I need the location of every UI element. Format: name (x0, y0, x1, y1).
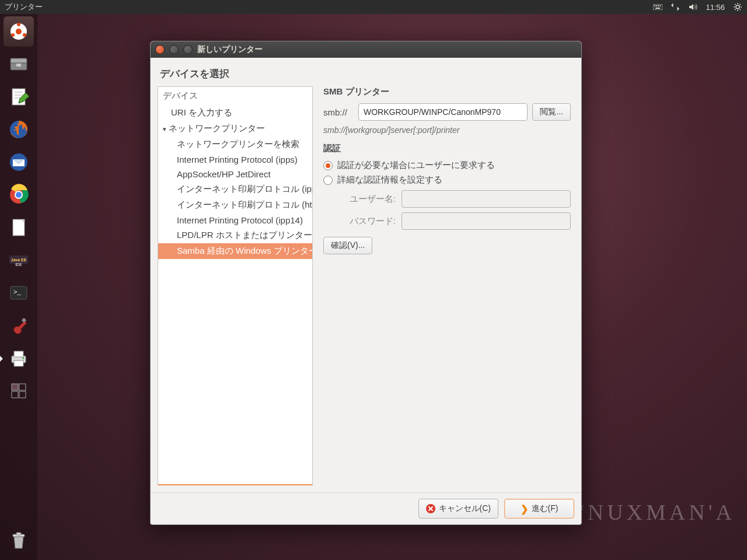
svg-point-18 (23, 33, 26, 37)
detail-heading: SMB プリンター (323, 86, 571, 97)
launcher-libreoffice[interactable] (4, 212, 34, 243)
section-heading: デバイスを選択 (160, 67, 574, 80)
minimize-icon[interactable] (169, 45, 179, 54)
svg-point-31 (16, 192, 22, 198)
dialog-title: 新しいプリンター (197, 44, 263, 55)
launcher-terminal[interactable]: >_ (4, 278, 34, 308)
svg-rect-4 (659, 5, 661, 6)
dialog-footer: キャンセル(C) ❯ 進む(F) (151, 492, 581, 524)
uri-format-hint: smb://[workgroup/]server[:port]/printer (323, 125, 571, 135)
tree-item-enter-uri[interactable]: URI を入力する (158, 105, 312, 121)
svg-point-17 (17, 23, 20, 26)
password-label: パスワード: (331, 216, 396, 227)
launcher-chrome[interactable] (4, 180, 34, 210)
forward-label: 進む(F) (532, 503, 558, 514)
device-tree[interactable]: デバイス URI を入力する ネットワークプリンター ネットワークプリンターを検… (158, 86, 313, 485)
svg-line-14 (740, 4, 741, 5)
svg-line-12 (740, 9, 741, 10)
username-label: ユーザー名: (331, 194, 396, 205)
maximize-icon[interactable] (183, 45, 193, 54)
svg-rect-43 (12, 384, 18, 390)
svg-rect-45 (12, 391, 18, 398)
svg-rect-48 (16, 533, 21, 535)
launcher-text-editor[interactable] (4, 82, 34, 112)
launcher-printers[interactable] (4, 343, 34, 373)
svg-rect-3 (658, 5, 659, 6)
verify-button[interactable]: 確認(V)... (323, 237, 372, 254)
smb-uri-input[interactable] (358, 103, 528, 121)
svg-rect-22 (16, 64, 21, 66)
launcher-thunderbird[interactable] (4, 147, 34, 177)
launcher-eclipse[interactable]: Java EEIDE (4, 245, 34, 275)
radio-set-credentials[interactable]: 詳細な認証情報を設定する (323, 174, 571, 186)
svg-rect-44 (19, 384, 26, 390)
svg-line-13 (735, 9, 736, 10)
unity-launcher: Java EEIDE >_ (0, 14, 37, 560)
top-menubar: プリンター 11:56 (0, 0, 747, 14)
smb-scheme-label: smb:// (323, 107, 354, 117)
svg-point-19 (11, 33, 15, 37)
username-input (402, 190, 571, 208)
launcher-files[interactable] (4, 49, 34, 79)
menubar-app-title: プリンター (5, 2, 43, 12)
clock[interactable]: 11:56 (706, 3, 725, 12)
forward-button[interactable]: ❯ 進む(F) (504, 499, 574, 519)
tree-item[interactable]: AppSocket/HP JetDirect (158, 167, 312, 181)
launcher-dash[interactable] (4, 16, 34, 47)
network-icon[interactable] (671, 2, 680, 12)
radio-details-label: 詳細な認証情報を設定する (337, 174, 442, 186)
password-input (402, 212, 571, 230)
gear-icon[interactable] (733, 2, 742, 12)
svg-point-42 (23, 358, 25, 359)
svg-text:>_: >_ (13, 288, 21, 295)
tree-item[interactable]: Samba 経由の Windows プリンター (158, 243, 312, 259)
radio-prompt-label: 認証が必要な場合にユーザーに要求する (337, 160, 495, 171)
new-printer-dialog: 新しいプリンター デバイスを選択 デバイス URI を入力する ネットワークプリ… (150, 41, 582, 525)
svg-rect-40 (14, 351, 23, 357)
tree-item[interactable]: Internet Printing Protocol (ipp14) (158, 213, 312, 228)
cancel-button[interactable]: キャンセル(C) (418, 499, 498, 519)
tree-item[interactable]: Internet Printing Protocol (ipps) (158, 152, 312, 167)
forward-icon: ❯ (521, 503, 528, 514)
tree-group-network[interactable]: ネットワークプリンター (158, 121, 312, 136)
device-detail-panel: SMB プリンター smb:// 閲覧... smb://[workgroup/… (320, 86, 574, 485)
tree-item[interactable]: インターネット印刷プロトコル (https) (158, 197, 312, 213)
svg-rect-41 (14, 360, 23, 366)
launcher-settings[interactable] (4, 310, 34, 341)
browse-button[interactable]: 閲覧... (532, 103, 571, 121)
svg-rect-46 (19, 391, 26, 398)
launcher-firefox[interactable] (4, 114, 34, 145)
cancel-icon (426, 504, 435, 513)
launcher-trash[interactable] (4, 525, 34, 555)
svg-rect-32 (13, 219, 25, 236)
tree-header: デバイス (158, 87, 312, 105)
svg-point-16 (16, 29, 22, 34)
auth-heading: 認証 (323, 143, 571, 154)
svg-rect-2 (656, 5, 657, 6)
svg-text:IDE: IDE (15, 262, 22, 267)
svg-rect-21 (11, 58, 27, 63)
radio-prompt-user[interactable]: 認証が必要な場合にユーザーに要求する (323, 160, 571, 171)
tree-item[interactable]: LPD/LPR ホストまたはプリンター (158, 228, 312, 243)
radio-icon (323, 176, 333, 185)
svg-rect-0 (653, 4, 662, 10)
svg-rect-5 (655, 8, 660, 9)
keyboard-indicator-icon[interactable] (653, 2, 662, 12)
tree-item[interactable]: インターネット印刷プロトコル (ipp) (158, 181, 312, 197)
cancel-label: キャンセル(C) (439, 503, 491, 514)
launcher-workspace-switcher[interactable] (4, 376, 34, 406)
svg-rect-1 (654, 5, 655, 6)
tree-item[interactable]: ネットワークプリンターを検索 (158, 136, 312, 152)
desktop-watermark: 'NUXMAN'A (580, 499, 735, 525)
radio-icon (323, 161, 333, 170)
close-icon[interactable] (155, 45, 165, 54)
dialog-titlebar[interactable]: 新しいプリンター (151, 41, 581, 58)
svg-text:Java EE: Java EE (11, 258, 27, 262)
volume-icon[interactable] (688, 2, 697, 12)
svg-point-6 (736, 5, 739, 9)
svg-line-11 (735, 4, 736, 5)
